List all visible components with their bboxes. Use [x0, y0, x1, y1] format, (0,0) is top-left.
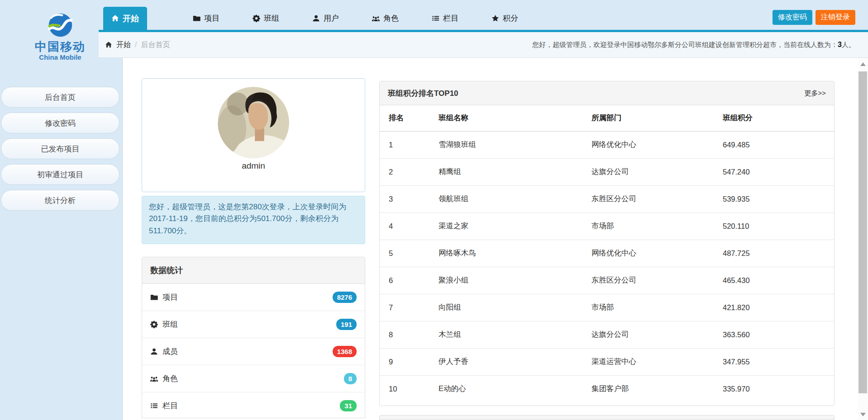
table-row: 5 网络啄木鸟 网络优化中心 487.725 [380, 240, 834, 267]
sidebar-item-label: 后台首页 [45, 92, 76, 103]
cell-score: 335.970 [714, 375, 834, 402]
breadcrumb-current: 后台首页 [141, 40, 170, 50]
vertical-scrollbar[interactable] [858, 58, 868, 420]
nav-tab-label: 栏目 [443, 13, 458, 24]
brand-name-zh: 中国移动 [26, 40, 94, 53]
stats-panel-title: 数据统计 [150, 265, 183, 276]
profile-card: admin [142, 78, 365, 192]
stat-label: 成员 [162, 346, 333, 357]
ranking-more-link[interactable]: 更多>> [804, 89, 826, 98]
cell-dept: 网络优化中心 [582, 131, 714, 158]
cell-name: 领航班组 [429, 185, 582, 212]
star-icon [491, 14, 499, 22]
stat-badge: 8 [344, 373, 357, 384]
next-panel-partial [379, 415, 835, 420]
sidebar-item-label: 已发布项目 [41, 144, 80, 154]
breadcrumb-bar: 开始 / 后台首页 您好，超级管理员，欢迎登录中国移动鄂尔多斯分公司班组建设创新… [99, 32, 868, 58]
profile-username: admin [142, 161, 365, 171]
stat-badge: 8276 [333, 292, 357, 303]
tab-user[interactable]: 用户 [304, 7, 347, 30]
stat-item-project[interactable]: 项目 8276 [142, 284, 365, 311]
users-icon [150, 375, 158, 382]
list-icon [150, 402, 158, 410]
cell-rank: 3 [380, 185, 429, 212]
list-icon [432, 14, 439, 22]
cell-name: 渠道之家 [429, 212, 582, 240]
cell-rank: 6 [380, 267, 429, 294]
sidebar-item-approved-projects[interactable]: 初审通过项目 [1, 164, 119, 185]
cell-dept: 达旗分公司 [582, 158, 714, 185]
nav-tab-label: 用户 [324, 13, 339, 24]
scrollbar-thumb[interactable] [858, 71, 867, 393]
users-icon [372, 14, 380, 22]
change-password-button[interactable]: 修改密码 [773, 10, 812, 25]
folder-icon [150, 293, 158, 301]
tab-project[interactable]: 项目 [185, 7, 228, 30]
stat-badge: 31 [340, 400, 357, 411]
cell-dept: 市场部 [582, 294, 714, 321]
cell-score: 421.820 [714, 294, 834, 321]
breadcrumb: 开始 / 后台首页 [105, 40, 170, 50]
cell-name: 雪湖狼班组 [429, 131, 582, 158]
cell-name: E动的心 [429, 375, 582, 402]
cell-rank: 2 [380, 158, 429, 185]
sidebar-item-change-password[interactable]: 修改密码 [1, 113, 119, 133]
breadcrumb-home-link[interactable]: 开始 [116, 40, 131, 50]
stat-label: 项目 [162, 292, 333, 302]
sidebar-item-home[interactable]: 后台首页 [1, 87, 119, 108]
dashboard-page: 中国移动 China Mobile 开始 项目 班组 用户 [0, 0, 868, 420]
cell-score: 487.725 [714, 240, 834, 267]
sidebar-item-published-projects[interactable]: 已发布项目 [1, 138, 119, 159]
ranking-panel: 班组积分排名TOP10 更多>> 排名 班组名称 所属部门 班组积分 1 雪湖狼… [379, 81, 835, 406]
cell-rank: 8 [380, 321, 429, 348]
cell-name: 精鹰组 [429, 158, 582, 185]
stats-panel: 数据统计 项目 8276 班组 191 成员 136 [142, 257, 365, 418]
cell-score: 649.485 [714, 131, 834, 158]
cell-score: 547.240 [714, 158, 834, 185]
scrollbar-up-arrow-icon[interactable] [858, 60, 868, 69]
ranking-panel-title: 班组积分排名TOP10 [388, 88, 458, 99]
stat-item-column[interactable]: 栏目 31 [142, 392, 365, 418]
stat-item-role[interactable]: 角色 8 [142, 365, 365, 392]
user-icon [150, 348, 158, 355]
sidebar-item-label: 修改密码 [45, 118, 76, 128]
home-icon [105, 41, 112, 48]
welcome-suffix: 人。 [842, 41, 855, 48]
stat-item-member[interactable]: 成员 1368 [142, 338, 365, 365]
header-actions: 修改密码 注销登录 [773, 10, 855, 25]
stat-item-team[interactable]: 班组 191 [142, 311, 365, 338]
tab-score[interactable]: 积分 [483, 7, 526, 30]
table-row: 6 聚浪小组 东胜区分公司 465.430 [380, 267, 834, 294]
table-row: 4 渠道之家 市场部 520.110 [380, 212, 834, 240]
tab-start[interactable]: 开始 [103, 7, 147, 30]
stat-label: 班组 [162, 319, 336, 330]
ranking-panel-header: 班组积分排名TOP10 更多>> [380, 81, 834, 105]
sidebar-item-label: 统计分析 [45, 195, 76, 206]
stats-list: 项目 8276 班组 191 成员 1368 角色 [142, 284, 365, 418]
cell-rank: 1 [380, 131, 429, 158]
nav-tab-label: 班组 [264, 13, 279, 24]
tab-role[interactable]: 角色 [364, 7, 407, 30]
col-dept: 所属部门 [582, 105, 714, 131]
table-row: 9 伊人予香 渠道运营中心 347.955 [380, 348, 834, 375]
tab-column[interactable]: 栏目 [424, 7, 467, 30]
cell-score: 363.560 [714, 321, 834, 348]
nav-tab-label: 开始 [123, 13, 139, 24]
logout-button[interactable]: 注销登录 [816, 10, 855, 25]
cell-name: 木兰组 [429, 321, 582, 348]
stat-badge: 191 [336, 319, 357, 330]
scrollbar-down-arrow-icon[interactable] [858, 410, 868, 419]
sidebar-item-statistics[interactable]: 统计分析 [1, 190, 119, 211]
cell-dept: 东胜区分公司 [582, 267, 714, 294]
brand-name-en: China Mobile [26, 53, 94, 61]
cell-rank: 9 [380, 348, 429, 375]
ranking-table: 排名 班组名称 所属部门 班组积分 1 雪湖狼班组 网络优化中心 649.485 [380, 105, 834, 402]
col-rank: 排名 [380, 105, 429, 131]
home-icon [111, 14, 119, 22]
cell-score: 347.955 [714, 348, 834, 375]
stat-label: 角色 [162, 373, 344, 384]
cell-dept: 集团客户部 [582, 375, 714, 402]
user-icon [312, 14, 320, 22]
tab-team[interactable]: 班组 [244, 7, 287, 30]
cell-score: 520.110 [714, 212, 834, 240]
